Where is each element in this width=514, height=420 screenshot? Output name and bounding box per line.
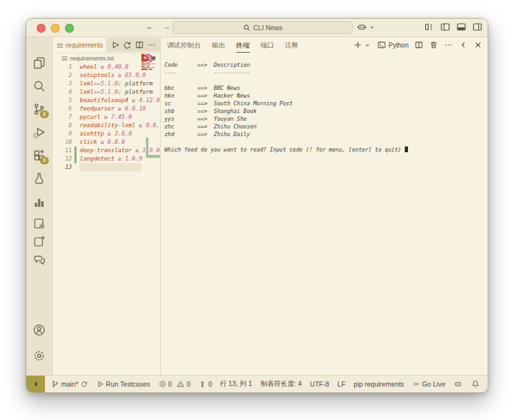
toggle-secondary-sidebar-icon[interactable] bbox=[472, 22, 483, 32]
toggle-panel-icon[interactable] bbox=[456, 22, 466, 32]
code-token: ≥ bbox=[132, 147, 142, 153]
encoding-item[interactable]: UTF-8 bbox=[310, 380, 330, 388]
gutter-change-indicator bbox=[72, 163, 80, 171]
code-text: setuptools ≥ 65.0.0 bbox=[80, 71, 160, 80]
command-center[interactable]: CLI News bbox=[173, 21, 353, 34]
code-text: click ≥ 8.0.0 bbox=[80, 138, 160, 146]
chart-view-icon[interactable] bbox=[33, 195, 46, 208]
language-mode-item[interactable]: pip requirements bbox=[354, 380, 404, 388]
minimize-window-button[interactable] bbox=[51, 24, 60, 33]
editor-tab-strip: requirements bbox=[53, 37, 160, 53]
code-runner-icon[interactable] bbox=[33, 217, 46, 230]
warning-count: 0 bbox=[186, 380, 190, 388]
breadcrumb-file-icon bbox=[62, 56, 67, 61]
code-token: ≥ bbox=[114, 72, 125, 78]
close-panel-icon[interactable] bbox=[474, 40, 483, 49]
copilot-dropdown-icon[interactable] bbox=[368, 23, 376, 31]
code-line-5[interactable]: 5beautifulsoup4 ≥ 4.12.0 bbox=[53, 96, 160, 105]
branch-status-item[interactable]: main* bbox=[51, 380, 88, 388]
go-live-label: Go Live bbox=[422, 380, 445, 388]
customize-layout-icon[interactable] bbox=[424, 22, 434, 32]
ports-item[interactable]: 0 bbox=[199, 380, 212, 388]
code-token: 3.8.0 bbox=[114, 130, 132, 137]
run-testcases-item[interactable]: Run Testcases bbox=[96, 380, 150, 388]
code-editor[interactable]: 1wheel ≥ 0.40.02setuptools ≥ 65.0.03lxml… bbox=[53, 63, 160, 376]
settings-gear-icon[interactable] bbox=[33, 349, 46, 362]
new-terminal-icon[interactable] bbox=[353, 40, 362, 49]
code-text: aiohttp ≥ 3.8.0 bbox=[80, 130, 160, 138]
panel-tab-ports[interactable]: 端口 bbox=[261, 38, 274, 52]
code-text: lxml==5.1.0; platform bbox=[80, 80, 160, 88]
gutter-change-indicator bbox=[72, 146, 80, 155]
new-terminal-dropdown-icon[interactable] bbox=[364, 41, 371, 49]
code-token: langdetect bbox=[80, 155, 114, 162]
notebook-icon[interactable] bbox=[33, 235, 46, 248]
code-line-2[interactable]: 2setuptools ≥ 65.0.0 bbox=[53, 71, 160, 80]
code-line-4[interactable]: 4lxml==5.1.0; platform bbox=[53, 88, 160, 96]
code-line-7[interactable]: 7pycurl ≥ 7.45.0 bbox=[53, 113, 160, 121]
code-token: ≥ bbox=[114, 155, 125, 162]
extensions-icon[interactable]: 1 bbox=[33, 149, 46, 162]
split-terminal-icon[interactable] bbox=[414, 40, 423, 49]
command-center-text: CLI News bbox=[253, 24, 283, 31]
run-debug-icon[interactable] bbox=[33, 126, 46, 139]
run-file-icon[interactable] bbox=[111, 40, 120, 49]
code-token: 5.1.0 bbox=[101, 89, 118, 95]
kill-terminal-icon[interactable] bbox=[429, 40, 438, 49]
tab-requirements-txt[interactable]: requirements bbox=[53, 37, 107, 53]
toggle-primary-sidebar-icon[interactable] bbox=[440, 22, 450, 32]
indentation-item[interactable]: 制表符长度: 4 bbox=[260, 380, 301, 389]
branch-name: main* bbox=[61, 380, 78, 388]
panel-tab-comments[interactable]: 注释 bbox=[285, 38, 299, 52]
code-line-11[interactable]: 11deep-translator ≥ 1.9.0 bbox=[53, 146, 160, 155]
zoom-window-button[interactable] bbox=[65, 24, 74, 33]
code-token: 0.8.1 bbox=[146, 122, 160, 128]
gutter-change-indicator bbox=[72, 88, 80, 96]
comments-icon[interactable] bbox=[33, 253, 46, 266]
tab-label: requirements bbox=[66, 42, 103, 49]
testing-icon[interactable] bbox=[33, 172, 46, 185]
remote-indicator[interactable] bbox=[26, 376, 45, 392]
code-line-12[interactable]: 12langdetect ≥ 1.0.9 bbox=[53, 155, 160, 163]
back-button[interactable]: ← bbox=[146, 22, 154, 31]
code-line-6[interactable]: 6feedparser ≥ 6.0.10 bbox=[53, 105, 160, 113]
panel-tab-output[interactable]: 输出 bbox=[212, 38, 226, 52]
explorer-icon[interactable] bbox=[33, 57, 46, 69]
code-token: 1.0.9 bbox=[125, 155, 142, 162]
problems-item[interactable]: 0 0 bbox=[159, 380, 191, 388]
code-line-8[interactable]: 8readability-lxml ≥ 0.8.1 bbox=[53, 121, 160, 130]
panel-more-actions-icon[interactable] bbox=[444, 40, 453, 49]
code-token: lxml bbox=[80, 89, 94, 95]
eol-item[interactable]: LF bbox=[337, 380, 345, 388]
warning-icon bbox=[177, 380, 184, 388]
split-editor-icon[interactable] bbox=[135, 40, 144, 49]
more-actions-icon[interactable] bbox=[147, 40, 156, 49]
go-live-item[interactable]: Go Live bbox=[412, 380, 445, 388]
panel-tab-debug-console[interactable]: 调试控制台 bbox=[167, 38, 201, 52]
terminal-output[interactable]: Code ==> Description ---- ----------- bb… bbox=[164, 61, 485, 153]
gutter-change-indicator bbox=[72, 63, 80, 71]
accounts-icon[interactable] bbox=[33, 324, 46, 337]
code-token: 7.45.0 bbox=[111, 114, 132, 120]
code-line-10[interactable]: 10click ≥ 8.0.0 bbox=[53, 138, 160, 146]
rerun-icon[interactable] bbox=[123, 40, 132, 49]
code-token: platform bbox=[125, 80, 152, 87]
search-view-icon[interactable] bbox=[33, 80, 46, 92]
code-token: beautifulsoup4 bbox=[80, 97, 128, 103]
notifications-bell-icon[interactable] bbox=[471, 380, 480, 389]
code-line-13[interactable]: 13 bbox=[53, 163, 160, 171]
copilot-icon[interactable] bbox=[357, 22, 367, 32]
copilot-status-icon[interactable] bbox=[454, 380, 463, 389]
code-line-9[interactable]: 9aiohttp ≥ 3.8.0 bbox=[53, 130, 160, 138]
maximize-panel-icon[interactable] bbox=[459, 40, 468, 49]
code-line-1[interactable]: 1wheel ≥ 0.40.0 bbox=[53, 63, 160, 71]
panel-tab-terminal[interactable]: 终端 bbox=[236, 38, 250, 53]
code-token: ≥ bbox=[128, 97, 139, 103]
terminal-shell-picker[interactable]: Python bbox=[377, 40, 409, 49]
forward-button[interactable]: → bbox=[162, 22, 170, 31]
code-line-3[interactable]: 3lxml==5.1.0; platform bbox=[53, 80, 160, 88]
cursor-position-item[interactable]: 行 13, 列 1 bbox=[220, 380, 252, 389]
code-token: ≥ bbox=[97, 64, 107, 70]
source-control-icon[interactable]: 2 bbox=[33, 103, 46, 116]
close-window-button[interactable] bbox=[37, 24, 46, 33]
